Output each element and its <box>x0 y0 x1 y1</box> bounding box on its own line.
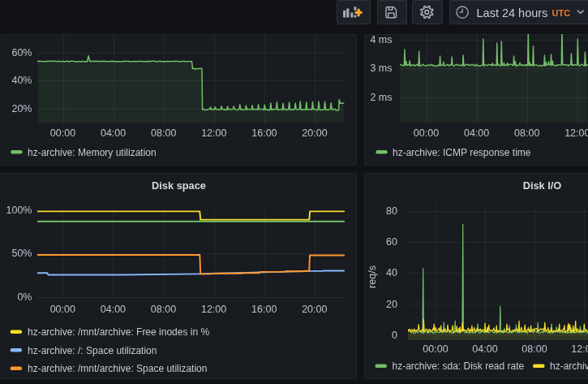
svg-text:12:00: 12:00 <box>201 127 226 139</box>
svg-text:08:00: 08:00 <box>151 304 176 315</box>
svg-text:00:00: 00:00 <box>423 343 448 355</box>
svg-text:80: 80 <box>386 205 397 217</box>
svg-text:16:00: 16:00 <box>251 127 277 139</box>
svg-text:hz-archive: Memory utilization: hz-archive: Memory utilization <box>28 147 157 158</box>
svg-text:12:00: 12:00 <box>201 304 226 315</box>
svg-text:4 ms: 4 ms <box>370 34 392 45</box>
svg-text:Last 24 hours: Last 24 hours <box>477 6 548 19</box>
svg-text:50%: 50% <box>11 248 32 259</box>
svg-text:UTC: UTC <box>552 8 571 18</box>
svg-text:Disk space: Disk space <box>152 179 206 192</box>
svg-text:60: 60 <box>386 236 397 248</box>
svg-text:04:00: 04:00 <box>472 343 497 355</box>
svg-text:08:00: 08:00 <box>521 343 547 355</box>
svg-text:00:00: 00:00 <box>50 127 75 139</box>
svg-text:16:00: 16:00 <box>251 304 277 315</box>
svg-text:100%: 100% <box>6 205 32 216</box>
svg-text:hz-archive: /mnt/archive: Spac: hz-archive: /mnt/archive: Space utilizat… <box>28 363 207 374</box>
svg-text:hz-archive: /: Space utilizati: hz-archive: /: Space utilization <box>28 345 157 356</box>
svg-text:req/s: req/s <box>367 265 378 288</box>
svg-text:0: 0 <box>392 330 397 341</box>
svg-text:hz-archive: /mnt/archive: Free: hz-archive: /mnt/archive: Free inodes in… <box>28 326 209 338</box>
svg-text:20:00: 20:00 <box>302 304 327 315</box>
svg-text:40: 40 <box>386 267 397 278</box>
svg-text:08:00: 08:00 <box>514 127 539 139</box>
svg-text:04:00: 04:00 <box>101 127 126 139</box>
svg-text:20:00: 20:00 <box>302 127 327 139</box>
svg-text:12:00: 12:00 <box>564 127 588 139</box>
svg-text:hz-archive: sda: Disk write ra: hz-archive: sda: Disk write rate <box>550 360 588 372</box>
svg-text:2 ms: 2 ms <box>370 92 392 103</box>
svg-text:20: 20 <box>386 299 397 310</box>
svg-text:04:00: 04:00 <box>101 304 126 315</box>
svg-text:hz-archive: sda: Disk read rat: hz-archive: sda: Disk read rate <box>393 360 525 372</box>
svg-text:60%: 60% <box>11 47 32 58</box>
svg-text:40%: 40% <box>11 75 32 86</box>
svg-text:hz-archive: ICMP response time: hz-archive: ICMP response time <box>393 147 531 158</box>
svg-text:3 ms: 3 ms <box>370 63 392 74</box>
svg-text:0%: 0% <box>17 291 32 303</box>
svg-text:Disk I/O: Disk I/O <box>523 179 562 192</box>
svg-text:00:00: 00:00 <box>50 304 75 315</box>
svg-text:08:00: 08:00 <box>151 127 176 139</box>
svg-text:00:00: 00:00 <box>414 127 439 139</box>
svg-text:20%: 20% <box>11 103 32 114</box>
svg-text:12:00: 12:00 <box>571 343 588 355</box>
svg-text:04:00: 04:00 <box>464 127 489 139</box>
